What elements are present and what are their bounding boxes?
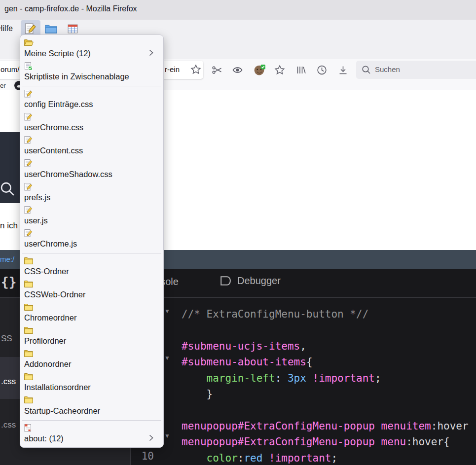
code-token: menupopup#ExtraConfigMenu-popup [182, 436, 375, 448]
library-icon[interactable] [295, 65, 307, 75]
code-token [375, 436, 381, 448]
profile-folder-button[interactable] [45, 24, 57, 34]
fold-arrow-icon[interactable]: ▼ [164, 432, 170, 439]
code-token: ; [331, 452, 337, 464]
code-token: #submenu-ucjs-items [182, 340, 300, 352]
tab-debugger[interactable]: Debugger [219, 275, 281, 286]
chrome-url-link[interactable]: me:/ [0, 255, 14, 263]
post-image-thumbnail[interactable] [0, 132, 20, 203]
code-line: color:red !important; [177, 450, 476, 465]
menu-item-startup-cacheordner[interactable]: Startup-Cacheordner [20, 394, 163, 418]
code-line: //* ExtraConfigMenu-button *// [177, 306, 476, 322]
menu-item-user-js[interactable]: user.js [20, 205, 163, 228]
code-token: margin-left [207, 372, 275, 384]
code-line [177, 322, 476, 338]
folder-icon [24, 256, 34, 265]
fold-arrow-icon[interactable]: ▼ [164, 308, 170, 315]
code-token: { [306, 356, 313, 368]
folder-icon [24, 349, 34, 358]
code-line: #submenu-about-items{ [177, 354, 476, 370]
zoom-magnifier-icon[interactable] [0, 181, 15, 197]
menu-help[interactable]: Hilfe [0, 24, 13, 33]
menu-item-skriptliste-in-zwischenablage[interactable]: Skriptliste in Zwischenablage [20, 61, 163, 84]
menu-item-label: userChromeShadow.css [24, 170, 112, 179]
post-text-fragment: n ich [0, 221, 18, 231]
bookmark-item-label[interactable]: er [0, 82, 6, 89]
menu-separator [22, 420, 161, 421]
code-token: 3px [288, 372, 306, 384]
code-token: !important [313, 372, 375, 384]
scissors-extension-icon[interactable] [212, 65, 223, 75]
history-clock-icon[interactable] [316, 65, 328, 75]
style-editor-braces-icon[interactable]: {} [1, 275, 16, 289]
code-token: //* ExtraConfigMenu-button *// [182, 308, 368, 320]
firefox-window: gen - camp-firefox.de - Mozilla Firefox … [0, 0, 476, 465]
code-token [262, 452, 269, 464]
code-token: red [244, 452, 262, 464]
menu-item-label: userContent.css [24, 146, 83, 155]
file-edit-icon [24, 159, 34, 168]
code-token [306, 372, 313, 384]
menu-item-installationsordner[interactable]: Installationsordner [20, 371, 163, 394]
folder-icon [24, 280, 34, 288]
file-edit-icon [24, 182, 34, 191]
star-toolbar-icon[interactable] [274, 65, 285, 75]
menu-item-label: about: (12) [24, 434, 64, 443]
eye-extension-icon[interactable] [232, 65, 243, 75]
file-edit-icon [24, 136, 34, 144]
menu-item-chromeordner[interactable]: Chromeordner [20, 302, 163, 325]
code-line: #submenu-ucjs-items, [177, 338, 476, 354]
folder-icon [24, 326, 34, 335]
code-token: : [238, 452, 244, 464]
menu-item-prefs-js[interactable]: prefs.js [20, 181, 163, 205]
menu-item-label: Profilordner [24, 336, 66, 346]
blue-folder-icon [45, 24, 57, 34]
bookmark-star-icon[interactable] [190, 64, 201, 75]
menu-item-label: Addonordner [24, 359, 71, 369]
menu-item-about-12[interactable]: about: (12) [20, 423, 163, 446]
clipboard-icon [24, 62, 34, 71]
search-placeholder: Suchen [375, 65, 400, 73]
code-token: menuitem [381, 420, 431, 432]
folder-icon [24, 372, 34, 381]
menu-item-label: Startup-Cacheordner [24, 406, 100, 416]
grid-icon [68, 24, 78, 34]
code-token: :hover{ [406, 436, 450, 448]
menu-item-userchrome-css[interactable]: userChrome.css [20, 111, 163, 135]
menu-item-userchrome-js[interactable]: userChrome.js [20, 228, 163, 251]
menu-item-userchromeshadow-css[interactable]: userChromeShadow.css [20, 158, 163, 181]
title-bar: gen - camp-firefox.de - Mozilla Firefox [0, 0, 476, 20]
download-icon[interactable] [337, 65, 349, 75]
code-token: } [182, 388, 213, 400]
stylesheet-name: SS [1, 334, 12, 344]
table-tool-button[interactable] [68, 24, 78, 34]
code-token: color [207, 452, 238, 464]
window-title: gen - camp-firefox.de - Mozilla Firefox [4, 4, 137, 13]
menu-item-addonordner[interactable]: Addonordner [20, 348, 163, 371]
menu-item-config-eintr-ge-css[interactable]: config Einträge.css [20, 88, 163, 111]
file-edit-icon [24, 89, 34, 98]
menu-item-profilordner[interactable]: Profilordner [20, 325, 163, 348]
search-icon [361, 65, 372, 75]
menu-item-label: CSS-Ordner [24, 267, 69, 276]
menu-item-label: config Einträge.css [24, 100, 93, 109]
menu-item-cssweb-ordner[interactable]: CSSWeb-Ordner [20, 279, 163, 302]
script-file-icon [25, 23, 37, 35]
folder-icon [24, 303, 34, 312]
menu-item-label: Chromeordner [24, 313, 76, 322]
fold-arrow-icon[interactable]: ▼ [164, 355, 170, 361]
code-token: , [300, 340, 306, 352]
code-line: menupopup#ExtraConfigMenu-popup menuitem… [177, 418, 476, 434]
search-input[interactable]: Suchen [356, 61, 476, 79]
menu-item-label: prefs.js [24, 193, 50, 202]
stylesheet-name: .css [1, 377, 16, 387]
code-token: ; [375, 372, 381, 384]
avatar-extension-icon[interactable] [254, 64, 266, 76]
file-edit-icon [24, 206, 34, 215]
code-area[interactable]: //* ExtraConfigMenu-button *//#submenu-u… [177, 306, 476, 465]
menu-item-meine-scripte-12[interactable]: Meine Scripte (12) [20, 37, 163, 61]
file-edit-icon [24, 229, 34, 238]
menu-item-usercontent-css[interactable]: userContent.css [20, 135, 163, 158]
menu-item-css-ordner[interactable]: CSS-Ordner [20, 255, 163, 279]
debugger-icon [219, 275, 232, 286]
